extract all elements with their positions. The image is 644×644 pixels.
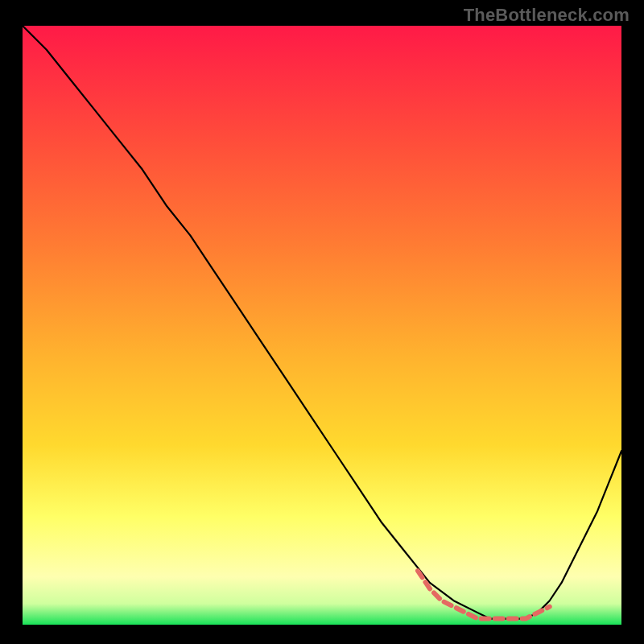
gradient-background — [23, 26, 621, 625]
watermark-text: TheBottleneck.com — [464, 5, 630, 26]
plot-area — [23, 26, 621, 625]
chart-svg — [23, 26, 621, 625]
chart-container: TheBottleneck.com — [0, 0, 644, 644]
